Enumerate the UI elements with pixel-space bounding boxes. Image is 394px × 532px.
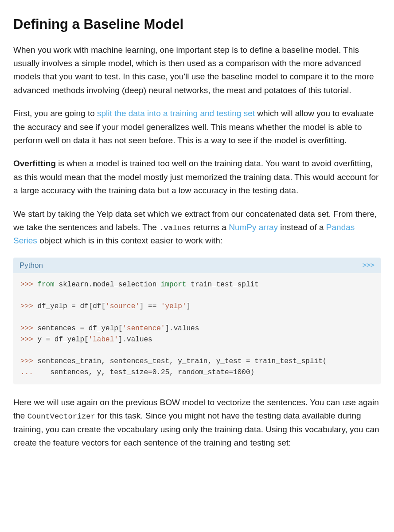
term-overfitting: Overfitting — [13, 159, 56, 168]
paragraph-bow: Here we will use again on the previous B… — [13, 396, 381, 450]
text: First, you are going to — [13, 109, 97, 118]
paragraph-yelp: We start by taking the Yelp data set whi… — [13, 207, 381, 248]
section-heading: Defining a Baseline Model — [13, 13, 381, 35]
code-header: Python >>> — [13, 258, 381, 273]
link-split-data[interactable]: split the data into a training and testi… — [97, 109, 255, 118]
code-block: Python >>> >>> from sklearn.model_select… — [13, 258, 381, 384]
inline-code-values: .values — [159, 224, 191, 232]
code-language-label: Python — [20, 259, 43, 271]
link-numpy-array[interactable]: NumPy array — [229, 223, 278, 232]
text: object which is in this context easier t… — [37, 236, 222, 245]
text: instead of a — [278, 223, 326, 232]
code-content[interactable]: >>> from sklearn.model_selection import … — [13, 273, 381, 384]
paragraph-split: First, you are going to split the data i… — [13, 107, 381, 147]
paragraph-overfitting: Overfitting is when a model is trained t… — [13, 157, 381, 197]
text: returns a — [191, 223, 229, 232]
inline-code-countvectorizer: CountVectorizer — [27, 412, 95, 421]
code-prompt-toggle[interactable]: >>> — [363, 260, 374, 270]
paragraph-intro: When you work with machine learning, one… — [13, 43, 381, 98]
text: is when a model is trained too well on t… — [13, 159, 378, 195]
